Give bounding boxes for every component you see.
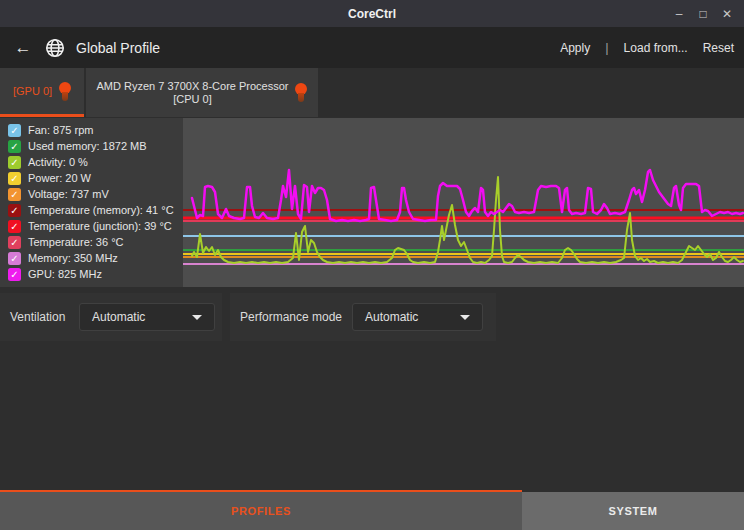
checkmark-icon: ✓ (10, 204, 18, 217)
checkmark-icon: ✓ (10, 252, 18, 265)
chevron-down-icon (192, 315, 202, 320)
sensor-checkbox[interactable]: ✓ (8, 204, 21, 217)
sensor-checkbox[interactable]: ✓ (8, 220, 21, 233)
performance-mode-panel: Performance mode Automatic (230, 293, 496, 341)
tab-system[interactable]: SYSTEM (522, 492, 744, 530)
checkmark-icon: ✓ (10, 156, 18, 169)
sensor-label: Temperature: 36 °C (28, 236, 124, 248)
performance-mode-value: Automatic (365, 310, 452, 324)
sensor-checkbox[interactable]: ✓ (8, 268, 21, 281)
checkmark-icon: ✓ (10, 172, 18, 185)
header-actions: Apply | Load from... Reset (560, 40, 734, 55)
sensor-row: ✓ Activity: 0 % (8, 154, 183, 170)
load-from-button[interactable]: Load from... (624, 41, 688, 55)
sensor-row: ✓ Temperature (memory): 41 °C (8, 202, 183, 218)
ventilation-select[interactable]: Automatic (79, 303, 215, 331)
sensor-label: GPU: 825 MHz (28, 268, 102, 280)
sensor-label: Memory: 350 MHz (28, 252, 118, 264)
globe-icon (44, 37, 66, 59)
sensor-checkbox[interactable]: ✓ (8, 172, 21, 185)
checkmark-icon: ✓ (10, 188, 18, 201)
sensor-label: Activity: 0 % (28, 156, 88, 168)
sensor-history-graph (183, 118, 744, 287)
sensor-label: Temperature (junction): 39 °C (28, 220, 172, 232)
window-title: CoreCtrl (348, 7, 396, 21)
apply-button[interactable]: Apply (560, 41, 590, 55)
sensor-row: ✓ Memory: 350 MHz (8, 250, 183, 266)
minimize-icon[interactable]: – (670, 5, 688, 23)
sensor-label: Used memory: 1872 MB (28, 140, 147, 152)
bottom-tab-bar: PROFILES SYSTEM (0, 492, 744, 530)
sensor-legend-panel: ✓ Fan: 875 rpm ✓ Used memory: 1872 MB ✓ … (0, 118, 183, 287)
sensor-checkbox[interactable]: ✓ (8, 156, 21, 169)
sensor-row: ✓ Voltage: 737 mV (8, 186, 183, 202)
sensor-checkbox[interactable]: ✓ (8, 236, 21, 249)
close-icon[interactable]: ✕ (718, 5, 736, 23)
performance-mode-label: Performance mode (240, 293, 342, 341)
series-gpu (192, 170, 743, 221)
sensor-checkbox[interactable]: ✓ (8, 188, 21, 201)
tab-cpu-0[interactable]: AMD Ryzen 7 3700X 8-Core Processor [CPU … (86, 68, 318, 117)
sensor-label: Temperature (memory): 41 °C (28, 204, 174, 216)
page-title: Global Profile (76, 40, 160, 56)
performance-mode-select[interactable]: Automatic (352, 303, 483, 331)
window-controls: – □ ✕ (670, 0, 736, 27)
sensor-row: ✓ Temperature (junction): 39 °C (8, 218, 183, 234)
ventilation-value: Automatic (92, 310, 184, 324)
tab-profiles[interactable]: PROFILES (0, 492, 522, 530)
title-bar: CoreCtrl – □ ✕ (0, 0, 744, 27)
separator: | (605, 40, 608, 55)
reset-button[interactable]: Reset (703, 41, 734, 55)
sensor-checkbox[interactable]: ✓ (8, 252, 21, 265)
sensor-row: ✓ Fan: 875 rpm (8, 122, 183, 138)
pin-icon (294, 83, 307, 102)
sensor-checkbox[interactable]: ✓ (8, 124, 21, 137)
checkmark-icon: ✓ (10, 220, 18, 233)
main-content: ✓ Fan: 875 rpm ✓ Used memory: 1872 MB ✓ … (0, 117, 744, 530)
sensor-label: Power: 20 W (28, 172, 91, 184)
ventilation-panel: Ventilation Automatic (0, 293, 222, 341)
sensor-label: Voltage: 737 mV (28, 188, 109, 200)
ventilation-label: Ventilation (10, 293, 65, 341)
sensor-row: ✓ Used memory: 1872 MB (8, 138, 183, 154)
tab-gpu-0[interactable]: [GPU 0] (0, 68, 84, 117)
maximize-icon[interactable]: □ (694, 5, 712, 23)
checkmark-icon: ✓ (10, 236, 18, 249)
tab-cpu-label: AMD Ryzen 7 3700X 8-Core Processor [CPU … (97, 80, 289, 106)
checkmark-icon: ✓ (10, 140, 18, 153)
sensor-row: ✓ GPU: 825 MHz (8, 266, 183, 282)
sensor-checkbox[interactable]: ✓ (8, 140, 21, 153)
sensor-row: ✓ Temperature: 36 °C (8, 234, 183, 250)
header: ← Global Profile Apply | Load from... Re… (0, 27, 744, 68)
sensor-row: ✓ Power: 20 W (8, 170, 183, 186)
checkmark-icon: ✓ (10, 268, 18, 281)
tab-gpu-label: [GPU 0] (13, 85, 52, 97)
checkmark-icon: ✓ (10, 124, 18, 137)
pin-icon (58, 82, 71, 101)
device-tab-bar: [GPU 0] AMD Ryzen 7 3700X 8-Core Process… (0, 68, 744, 117)
back-button[interactable]: ← (10, 35, 36, 61)
sensor-label: Fan: 875 rpm (28, 124, 93, 136)
chevron-down-icon (460, 315, 470, 320)
